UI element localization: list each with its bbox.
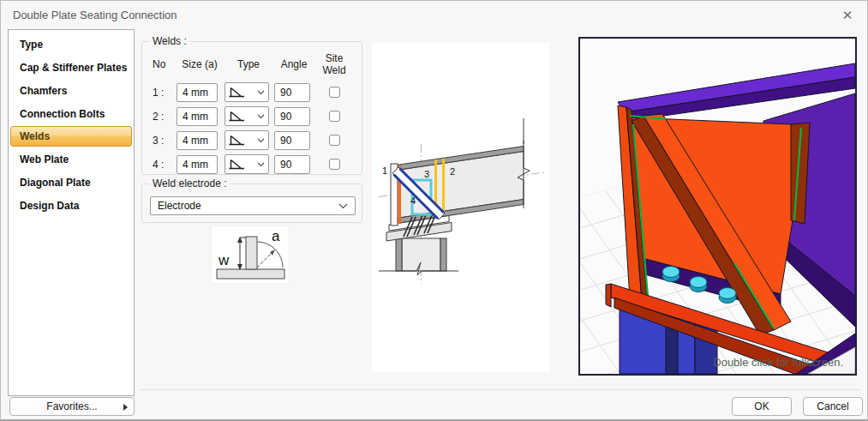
- title-bar: Double Plate Seating Connection ✕: [1, 1, 867, 28]
- weld-type-dropdown[interactable]: [224, 130, 269, 150]
- weld-angle-input[interactable]: [274, 107, 310, 126]
- weld-2-highlight: [442, 159, 445, 215]
- weld-electrode-value: Electrode: [158, 200, 201, 212]
- fillet-weld-icon: [228, 159, 245, 170]
- sidebar-item-cap-stiffener-plates[interactable]: Cap & Stiffener Plates: [9, 56, 134, 79]
- chevron-down-icon: [257, 90, 265, 95]
- throat-arrow-line: [257, 251, 273, 268]
- weld-throat-label: a: [272, 228, 280, 244]
- dialog-title: Double Plate Seating Connection: [13, 9, 177, 21]
- footer-divider: [139, 389, 860, 390]
- weld-row-number: 1 :: [151, 87, 177, 99]
- column-flange-right: [440, 238, 446, 271]
- sidebar-item-label: Diagonal Plate: [20, 177, 91, 189]
- connection-drawing: 1 2 3 4: [372, 43, 549, 372]
- column-header-no: No: [151, 58, 177, 72]
- weld-size-input[interactable]: [177, 155, 218, 174]
- chevron-down-icon: [338, 203, 348, 209]
- sidebar-item-label: Design Data: [20, 200, 79, 212]
- sidebar-item-label: Type: [20, 39, 43, 51]
- weld-label-4: 4: [410, 195, 416, 206]
- flyout-arrow-icon: [123, 404, 128, 411]
- double-plate-seating-connection-dialog: Double Plate Seating Connection ✕ Type C…: [0, 0, 868, 421]
- cancel-label: Cancel: [817, 400, 848, 412]
- weld-label-2: 2: [450, 166, 455, 177]
- sidebar: Type Cap & Stiffener Plates Chamfers Con…: [8, 29, 135, 396]
- weld-angle-input[interactable]: [274, 131, 310, 150]
- close-icon[interactable]: ✕: [838, 6, 857, 25]
- site-weld-checkbox[interactable]: [329, 111, 340, 122]
- site-weld-checkbox[interactable]: [329, 159, 340, 170]
- chevron-down-icon: [257, 114, 265, 119]
- weld-type-dropdown[interactable]: [224, 82, 269, 102]
- weld-size-illustration: w a: [211, 226, 290, 284]
- welds-groupbox: Welds : No Size (a) Type Angle Site Weld…: [141, 41, 362, 175]
- arrowhead: [270, 250, 275, 256]
- viewer-3d-render: [580, 39, 855, 374]
- site-weld-checkbox[interactable]: [329, 135, 340, 146]
- weld-row-number: 4 :: [151, 159, 177, 171]
- seat-plate-end: [606, 284, 611, 307]
- site-weld-checkbox[interactable]: [329, 87, 340, 98]
- welds-table: No Size (a) Type Angle Site Weld 1 : 2 :: [151, 52, 355, 174]
- weld-angle-input[interactable]: [274, 83, 310, 102]
- weld-type-dropdown[interactable]: [224, 154, 269, 174]
- sidebar-item-label: Web Plate: [20, 153, 69, 165]
- sidebar-item-label: Connection Bolts: [20, 108, 105, 120]
- column-header-angle: Angle: [274, 58, 314, 72]
- sidebar-item-type[interactable]: Type: [9, 33, 134, 56]
- ok-label: OK: [754, 400, 769, 412]
- weld-electrode-groupbox: Weld electrode : Electrode: [141, 183, 362, 223]
- chevron-down-icon: [257, 138, 265, 143]
- sidebar-item-label: Cap & Stiffener Plates: [20, 62, 127, 74]
- fillet-weld-icon: [228, 87, 245, 98]
- chevron-down-icon: [257, 162, 265, 167]
- sidebar-item-web-plate[interactable]: Web Plate: [9, 147, 134, 171]
- viewer-3d[interactable]: Double click for fullscreen.: [578, 37, 857, 376]
- sidebar-item-label: Chamfers: [20, 85, 67, 97]
- welds-group-title: Welds :: [149, 35, 190, 48]
- sidebar-item-label: Welds: [20, 130, 50, 142]
- weld-label-1: 1: [382, 165, 387, 176]
- weld-size-input[interactable]: [177, 83, 218, 102]
- sidebar-item-chamfers[interactable]: Chamfers: [9, 79, 134, 102]
- weld-label-3: 3: [424, 169, 429, 179]
- weld-size-input[interactable]: [177, 131, 218, 150]
- weld-row-number: 3 :: [151, 135, 177, 147]
- weld-electrode-combobox[interactable]: Electrode: [150, 196, 356, 215]
- cancel-button[interactable]: Cancel: [803, 397, 863, 416]
- favorites-button[interactable]: Favorites...: [9, 397, 135, 416]
- column-flange-left: [396, 238, 402, 271]
- column-header-type: Type: [223, 58, 274, 72]
- vertical-plate-shape: [246, 237, 257, 269]
- weld-type-dropdown[interactable]: [224, 106, 269, 126]
- ok-button[interactable]: OK: [732, 397, 792, 416]
- weld-angle-input[interactable]: [274, 155, 310, 174]
- weld-size-input[interactable]: [177, 107, 218, 126]
- weld-row-number: 2 :: [151, 111, 177, 123]
- column-header-size: Size (a): [177, 58, 223, 72]
- sidebar-item-design-data[interactable]: Design Data: [9, 194, 134, 217]
- column-header-site-weld: Site Weld: [314, 52, 355, 78]
- favorites-label: Favorites...: [46, 400, 97, 412]
- base-plate-shape: [217, 269, 284, 279]
- sidebar-item-diagonal-plate[interactable]: Diagonal Plate: [9, 171, 134, 194]
- column-web: [402, 238, 440, 271]
- weld-leg-label: w: [218, 252, 230, 268]
- sidebar-item-welds[interactable]: Welds: [10, 126, 132, 147]
- sidebar-item-connection-bolts[interactable]: Connection Bolts: [9, 102, 134, 125]
- fullscreen-hint: Double click for fullscreen.: [713, 356, 843, 369]
- weld-electrode-group-title: Weld electrode :: [149, 177, 230, 190]
- fillet-weld-icon: [228, 135, 245, 146]
- fillet-weld-icon: [228, 111, 245, 122]
